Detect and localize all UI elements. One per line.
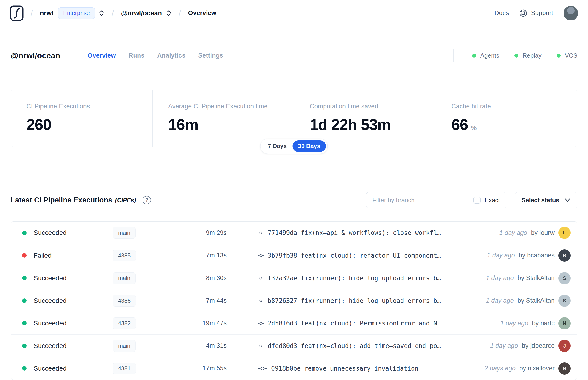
status-select-button[interactable]: Select status xyxy=(515,192,577,208)
support-link[interactable]: Support xyxy=(519,9,553,18)
branch-filter-input[interactable] xyxy=(366,192,467,208)
stat-card-ci-pipeline-executions: CI Pipeline Executions 260 xyxy=(11,90,152,147)
workspace-tabs: Overview Runs Analytics Settings xyxy=(88,52,223,59)
git-commit-icon xyxy=(258,230,264,236)
table-row[interactable]: Succeeded main 9m 29s 771499da fix(nx–ap… xyxy=(11,222,577,244)
docs-link[interactable]: Docs xyxy=(494,9,509,17)
table-row[interactable]: Succeeded main 8m 30s f37a32ae fix(runne… xyxy=(11,267,577,289)
commit-message[interactable]: 0918b0be remove unnecessary invalidation xyxy=(271,365,418,372)
avatar: J xyxy=(558,340,570,352)
cell-duration: 8m 30s xyxy=(171,274,249,282)
commit-message[interactable]: f37a32ae fix(runner): hide log upload er… xyxy=(268,275,441,282)
commit-message[interactable]: 771499da fix(nx–api & workflows): close … xyxy=(268,229,441,236)
table-row[interactable]: Succeeded 4386 7m 44s b8726327 fix(runne… xyxy=(11,289,577,312)
cell-duration: 7m 13s xyxy=(171,252,249,259)
cell-status: Succeeded xyxy=(22,274,113,282)
commit-message[interactable]: dfed80d3 feat(nx–cloud): add time–saved … xyxy=(268,342,441,349)
workspace-name[interactable]: @nrwl/ocean xyxy=(121,9,162,17)
git-commit-icon xyxy=(258,321,264,326)
author: by lourw xyxy=(531,229,555,237)
enterprise-badge: Enterprise xyxy=(58,7,95,19)
commit-message[interactable]: 2d58f6d3 feat(nx–cloud): PermissionError… xyxy=(268,320,441,327)
cipes-section-head: Latest CI Pipeline Executions (CIPEs) ? … xyxy=(11,192,577,208)
cell-commit: f37a32ae fix(runner): hide log upload er… xyxy=(249,275,441,282)
table-row[interactable]: Succeeded 4381 17m 55s 0918b0be remove u… xyxy=(11,357,577,380)
nx-cloud-logo[interactable] xyxy=(10,5,23,21)
cell-branch: main xyxy=(113,227,171,239)
avatar: N xyxy=(558,317,570,329)
time-ago: 1 day ago xyxy=(486,297,514,304)
cell-status: Succeeded xyxy=(22,365,113,372)
table-row[interactable]: Succeeded 4382 19m 47s 2d58f6d3 feat(nx–… xyxy=(11,312,577,334)
cell-duration: 4m 31s xyxy=(171,342,249,349)
cell-branch: 4382 xyxy=(113,318,171,329)
cell-branch: 4381 xyxy=(113,362,171,374)
status-text: Succeeded xyxy=(34,274,67,282)
org-name[interactable]: nrwl xyxy=(40,9,53,17)
branch-badge[interactable]: 4382 xyxy=(113,318,136,329)
avatar: B xyxy=(558,249,570,262)
cipes-title: Latest CI Pipeline Executions xyxy=(11,196,112,204)
git-commit-icon xyxy=(258,298,264,304)
cell-branch: main xyxy=(113,272,171,284)
chevron-up-down-icon xyxy=(166,10,172,17)
author: by StalkAltan xyxy=(517,297,555,304)
cipes-title-suffix: (CIPEs) xyxy=(115,197,136,204)
branch-badge[interactable]: 4381 xyxy=(113,362,136,374)
help-icon[interactable]: ? xyxy=(143,196,151,204)
workspace-switcher-button[interactable] xyxy=(166,10,172,17)
cell-branch: main xyxy=(113,340,171,352)
cell-duration: 9m 29s xyxy=(171,229,249,237)
cell-branch: 4386 xyxy=(113,295,171,307)
branch-badge[interactable]: 4385 xyxy=(113,250,136,262)
feature-status-agents: Agents xyxy=(472,52,499,59)
cipe-table: Succeeded main 9m 29s 771499da fix(nx–ap… xyxy=(11,221,577,380)
cell-meta: 1 day ago by StalkAltan S xyxy=(441,272,577,284)
branch-badge[interactable]: main xyxy=(113,272,136,284)
avatar: L xyxy=(558,227,570,239)
status-dot-icon xyxy=(22,253,27,258)
life-buoy-icon xyxy=(519,9,528,18)
breadcrumb-separator: / xyxy=(112,8,114,18)
stat-value: 260 xyxy=(26,116,51,133)
tab-overview[interactable]: Overview xyxy=(88,52,116,59)
table-row[interactable]: Failed 4385 7m 13s 3b79fb38 feat(nx–clou… xyxy=(11,244,577,267)
table-row[interactable]: Succeeded main 4m 31s dfed80d3 feat(nx–c… xyxy=(11,334,577,357)
cell-duration: 19m 47s xyxy=(171,320,249,327)
status-dot-icon xyxy=(22,343,27,348)
divider xyxy=(74,48,74,63)
feature-statuses: Agents Replay VCS xyxy=(454,49,577,62)
green-dot-icon xyxy=(557,54,561,57)
status-dot-icon xyxy=(22,276,27,280)
range-option-30-days[interactable]: 30 Days xyxy=(292,140,326,152)
stat-card-average-execution-time: Average CI Pipeline Execution time 16m xyxy=(152,90,294,147)
stat-label: CI Pipeline Executions xyxy=(26,103,148,110)
branch-filter-group: Exact xyxy=(366,192,506,208)
divider xyxy=(454,49,454,62)
status-dot-icon xyxy=(22,321,27,325)
stat-value: 1d 22h 53m xyxy=(310,116,391,133)
cell-meta: 1 day ago by jdpearce J xyxy=(441,340,577,352)
branch-badge[interactable]: main xyxy=(113,227,136,239)
tab-analytics[interactable]: Analytics xyxy=(157,52,185,59)
author: by bcabanes xyxy=(519,252,555,259)
branch-badge[interactable]: main xyxy=(113,340,136,352)
org-switcher-button[interactable] xyxy=(98,10,105,17)
stat-label: Average CI Pipeline Execution time xyxy=(168,103,289,110)
cell-status: Succeeded xyxy=(22,229,113,237)
exact-checkbox[interactable] xyxy=(474,197,480,204)
range-option-7-days[interactable]: 7 Days xyxy=(262,140,292,152)
commit-message[interactable]: b8726327 fix(runner): hide log upload er… xyxy=(268,297,441,304)
branch-badge[interactable]: 4386 xyxy=(113,295,136,307)
cell-commit: 2d58f6d3 feat(nx–cloud): PermissionError… xyxy=(249,320,441,327)
stat-label: Cache hit rate xyxy=(451,103,572,110)
exact-filter: Exact xyxy=(467,197,506,204)
user-avatar[interactable] xyxy=(564,6,578,20)
commit-message[interactable]: 3b79fb38 feat(nx–cloud): refactor UI com… xyxy=(268,252,441,259)
status-select-label: Select status xyxy=(522,197,559,204)
chevron-down-icon xyxy=(565,198,570,202)
tab-runs[interactable]: Runs xyxy=(129,52,145,59)
navbar: / nrwl Enterprise / @nrwl/ocean / Overvi… xyxy=(0,0,588,26)
tab-settings[interactable]: Settings xyxy=(198,52,223,59)
cell-commit: 3b79fb38 feat(nx–cloud): refactor UI com… xyxy=(249,252,441,259)
